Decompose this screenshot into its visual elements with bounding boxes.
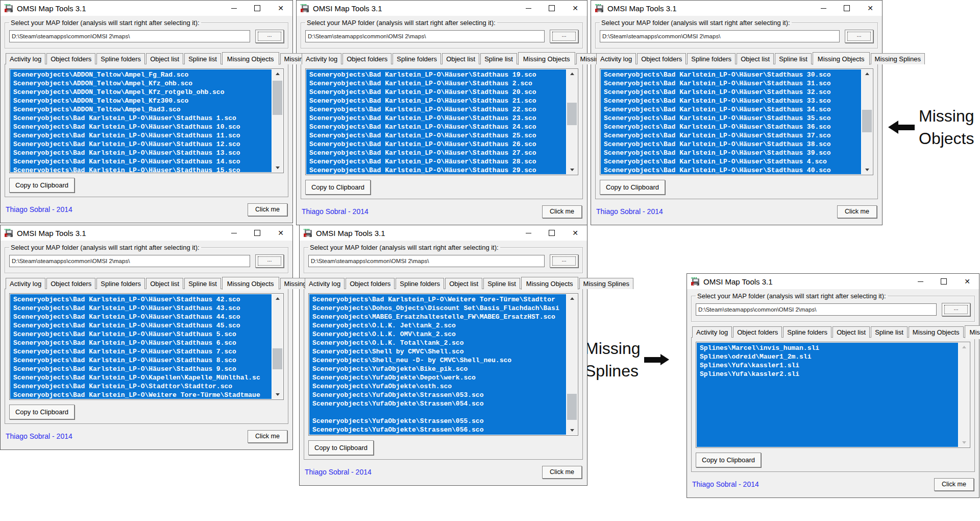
list-item[interactable]: Splines\Marcel\invis_human.sli (700, 344, 958, 352)
list-item[interactable]: Sceneryobjects\Bad Karlstein_LP-O\Häuser… (309, 131, 566, 140)
list-item[interactable]: Sceneryobjects\Shell_neu -D- by CMVC\She… (312, 356, 566, 365)
browse-button[interactable]: ... (255, 254, 284, 268)
tab-missing-objects[interactable]: Missing Objects (813, 52, 870, 65)
click-me-button[interactable]: Click me (542, 466, 582, 479)
scroll-up-button[interactable] (862, 69, 872, 78)
vertical-scrollbar[interactable] (567, 294, 577, 435)
list-item[interactable]: Sceneryobjects\ADDON_Teltow\Ampel_Kfz_oh… (13, 79, 272, 88)
list-item[interactable]: Sceneryobjects\Bad Karlstein_LP-O\Häuser… (604, 79, 861, 88)
list-item[interactable]: Sceneryobjects\Bad Karlstein_LP-O\Häuser… (309, 88, 566, 97)
tab-object-list[interactable]: Object list (832, 326, 870, 338)
list-item[interactable]: Splines\Yufa\kassler1.sli (700, 361, 958, 370)
map-folder-input[interactable] (696, 303, 937, 316)
list-item[interactable]: Sceneryobjects\Bad Karlstein_LP-O\Häuser… (13, 149, 272, 157)
tab-object-folders[interactable]: Object folders (46, 53, 95, 64)
scrollbar-thumb[interactable] (862, 110, 872, 132)
list-item[interactable]: Sceneryobjects\YufaObjekte\osth.sco (312, 382, 566, 391)
list-item[interactable]: Sceneryobjects\Bad Karlstein_LP-O\Häuser… (13, 356, 272, 365)
list-item[interactable]: Sceneryobjects\YufaObjekte\Strassen\054.… (312, 399, 566, 408)
copy-to-clipboard-button[interactable]: Copy to Clipboard (696, 453, 761, 467)
list-item[interactable]: Sceneryobjects\O.L.K. Total\tank_2.sco (312, 339, 566, 347)
close-button[interactable]: ✕ (564, 1, 587, 16)
tab-spline-folders[interactable]: Spline folders (393, 53, 441, 64)
list-item[interactable]: Sceneryobjects\Bad Karlstein_LP-O\Häuser… (604, 105, 861, 114)
scrollbar-track[interactable] (567, 303, 577, 426)
scroll-down-button[interactable] (862, 165, 872, 174)
list-item[interactable]: Sceneryobjects\Bad Karlstein_LP-O\Häuser… (604, 123, 861, 131)
tab-missing-objects[interactable]: Missing Objects (909, 326, 964, 338)
tab-spline-list[interactable]: Spline list (775, 53, 812, 64)
list-item[interactable]: Sceneryobjects\Bad Karlstein_LP-O\Kapell… (13, 373, 272, 382)
list-item[interactable]: Sceneryobjects\Bad Karlstein_LP-O\Häuser… (309, 157, 566, 166)
scrollbar-thumb[interactable] (273, 348, 282, 369)
list-item[interactable]: Sceneryobjects\Bad Karlstein_LP-O\Häuser… (604, 88, 861, 97)
browse-button[interactable]: ... (845, 30, 873, 43)
list-item[interactable]: Sceneryobjects\O.L.K. OMV\tank_2.sco (312, 330, 566, 339)
scroll-up-button[interactable] (567, 294, 577, 303)
map-folder-input[interactable] (308, 255, 545, 267)
list-item[interactable]: Sceneryobjects\Bad Karlstein_LP-O\Häuser… (13, 347, 272, 356)
list-item[interactable]: Sceneryobjects\Bad Karlstein_LP-O\Häuser… (309, 140, 566, 149)
list-item[interactable]: Sceneryobjects\Bad Karlstein_LP-O\Weiter… (312, 295, 566, 304)
minimize-button[interactable] (517, 225, 540, 241)
scrollbar-track[interactable] (862, 78, 872, 165)
click-me-button[interactable]: Click me (248, 203, 287, 216)
tab-activity-log[interactable]: Activity log (302, 53, 341, 64)
browse-button[interactable]: ... (550, 30, 578, 43)
close-button[interactable]: ✕ (564, 225, 587, 241)
list-item[interactable]: Sceneryobjects\Bad Karlstein_LP-O\Weiter… (13, 391, 272, 399)
list-item[interactable]: Sceneryobjects\Bad Karlstein_LP-O\Häuser… (604, 114, 861, 123)
close-button[interactable]: ✕ (859, 1, 882, 16)
scroll-down-button[interactable] (959, 438, 969, 447)
tab-spline-list[interactable]: Spline list (184, 53, 221, 64)
minimize-button[interactable] (909, 274, 932, 289)
list-item[interactable]: Sceneryobjects\YufaObjekte\Strassen\055.… (312, 417, 566, 425)
list-item[interactable]: Sceneryobjects\Bad Karlstein_LP-O\Häuser… (13, 339, 272, 347)
tab-spline-folders[interactable]: Spline folders (96, 53, 145, 64)
credit-link[interactable]: Thiago Sobral - 2014 (6, 432, 72, 440)
missing-files-listbox[interactable]: Sceneryobjects\Bad Karlstein_LP-O\Häuser… (9, 293, 284, 400)
list-item[interactable]: Sceneryobjects\MABEG_Ersatzhaltestelle_F… (312, 313, 566, 321)
scroll-down-button[interactable] (272, 163, 283, 172)
map-folder-input[interactable] (9, 30, 250, 42)
vertical-scrollbar[interactable] (272, 294, 283, 399)
maximize-button[interactable] (932, 274, 955, 289)
titlebar[interactable]: OMSI Map Tools 3.1 ✕ (1, 1, 292, 16)
titlebar[interactable]: OMSI Map Tools 3.1 ✕ (297, 1, 587, 16)
list-item[interactable] (312, 408, 566, 417)
list-item[interactable]: Sceneryobjects\YufaObjekte\Strassen\053.… (312, 391, 566, 399)
tab-object-folders[interactable]: Object folders (46, 278, 95, 289)
tab-missing-objects[interactable]: Missing Objects (222, 52, 279, 65)
list-item[interactable]: Sceneryobjects\Bad Karlstein_LP-O\Häuser… (13, 166, 272, 172)
tab-object-list[interactable]: Object list (445, 278, 482, 289)
maximize-button[interactable] (246, 225, 269, 241)
minimize-button[interactable] (517, 1, 540, 16)
tab-spline-list[interactable]: Spline list (871, 326, 908, 338)
missing-files-listbox[interactable]: Sceneryobjects\Bad Karlstein_LP-O\Weiter… (308, 293, 578, 436)
copy-to-clipboard-button[interactable]: Copy to Clipboard (305, 180, 371, 195)
vertical-scrollbar[interactable] (567, 69, 577, 174)
tab-object-list[interactable]: Object list (146, 53, 183, 64)
tab-spline-folders[interactable]: Spline folders (396, 278, 444, 289)
tab-spline-folders[interactable]: Spline folders (687, 53, 736, 64)
scroll-down-button[interactable] (567, 165, 577, 174)
list-item[interactable]: Sceneryobjects\Bad Karlstein_LP-O\Häuser… (13, 131, 272, 140)
tab-missing-splines[interactable]: Missing Splines (871, 53, 925, 64)
list-item[interactable]: Sceneryobjects\Bad Karlstein_LP-O\Häuser… (13, 140, 272, 149)
list-item[interactable]: Splines\Yufa\kassler2.sli (700, 370, 958, 378)
close-button[interactable]: ✕ (955, 274, 979, 289)
map-folder-input[interactable] (305, 30, 545, 42)
tab-missing-objects[interactable]: Missing Objects (518, 52, 575, 65)
list-item[interactable]: Sceneryobjects\ADDON_Teltow\Ampel_Fg_Rad… (13, 70, 272, 79)
list-item[interactable]: Sceneryobjects\ADDON_Teltow\Ampel_Kfz300… (13, 97, 272, 105)
map-folder-input[interactable] (600, 30, 840, 42)
browse-button[interactable]: ... (942, 303, 970, 316)
close-button[interactable]: ✕ (269, 225, 292, 241)
copy-to-clipboard-button[interactable]: Copy to Clipboard (600, 180, 665, 195)
list-item[interactable]: Sceneryobjects\Bad Karlstein_LP-O\Häuser… (309, 79, 566, 88)
list-item[interactable]: Sceneryobjects\ADDON_Teltow\Ampel_Kfz_ro… (13, 88, 272, 97)
vertical-scrollbar[interactable] (862, 69, 872, 174)
list-item[interactable]: Sceneryobjects\Bad Karlstein_LP-O\Häuser… (13, 365, 272, 373)
list-item[interactable]: Splines\odreid\Mauer1_2m.sli (700, 352, 958, 361)
scroll-up-button[interactable] (272, 69, 283, 78)
